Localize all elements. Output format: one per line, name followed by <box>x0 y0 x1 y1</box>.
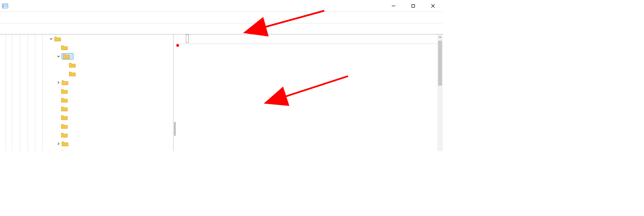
svg-rect-3 <box>5 5 7 5</box>
tree-pane[interactable] <box>0 34 173 151</box>
folder-icon <box>61 97 68 103</box>
svg-rect-2 <box>3 6 4 7</box>
svg-rect-5 <box>3 7 4 8</box>
tree-item-bannersettings[interactable] <box>0 122 173 131</box>
tree-item-appcontract[interactable] <box>0 78 173 87</box>
tree-item-autocomplete[interactable] <box>0 87 173 96</box>
scroll-up-icon[interactable] <box>437 34 443 40</box>
address-bar[interactable] <box>0 23 443 34</box>
folder-icon <box>61 45 68 50</box>
folder-icon <box>63 54 70 59</box>
minimize-button[interactable] <box>384 0 403 12</box>
folder-icon <box>61 150 68 151</box>
folder-icon <box>62 141 68 147</box>
svg-rect-1 <box>3 5 4 5</box>
svg-rect-7 <box>412 5 415 7</box>
folder-icon <box>61 89 68 94</box>
app-icon <box>2 3 8 9</box>
folder-icon <box>69 62 76 68</box>
chevron-right-icon[interactable] <box>56 141 61 146</box>
svg-rect-4 <box>5 6 7 7</box>
maximize-button[interactable] <box>403 0 423 12</box>
chevron-down-icon[interactable] <box>49 36 54 41</box>
splitter-thumb[interactable] <box>174 122 176 136</box>
menubar <box>0 12 443 23</box>
folder-icon <box>62 80 68 85</box>
tree-item-bamthrottling[interactable] <box>0 113 173 122</box>
list-header <box>176 34 443 44</box>
tree-item-explorer[interactable] <box>0 34 173 43</box>
tree-item-taskbar[interactable] <box>0 69 173 78</box>
tree-item-cabinetstate[interactable] <box>0 148 173 151</box>
chevron-right-icon[interactable] <box>56 80 61 85</box>
tree-item-autoplayhandlers[interactable] <box>0 104 173 113</box>
folder-icon <box>61 106 68 112</box>
tree-item-accent[interactable] <box>0 43 173 52</box>
folder-icon <box>61 132 68 138</box>
registry-editor-window <box>0 0 443 151</box>
splitter-handle[interactable] <box>173 34 176 151</box>
vertical-scrollbar[interactable] <box>437 34 443 151</box>
tree-item-people[interactable] <box>0 61 173 69</box>
titlebar <box>0 0 443 12</box>
tree-item-advanced[interactable] <box>0 52 173 61</box>
tree-item-bitbucket[interactable] <box>0 139 173 148</box>
list-pane[interactable] <box>176 34 443 151</box>
scrollbar-thumb[interactable] <box>438 41 442 86</box>
folder-icon <box>69 71 76 77</box>
folder-icon <box>61 115 68 120</box>
tree-item-autoinstalledpwas[interactable] <box>0 96 173 104</box>
folder-icon <box>61 124 68 129</box>
chevron-down-icon[interactable] <box>56 54 61 59</box>
tree-item-bannerstore[interactable] <box>0 131 173 139</box>
name-tooltip <box>186 34 189 43</box>
annotation-highlight-box <box>176 44 179 47</box>
close-button[interactable] <box>423 0 443 12</box>
folder-icon <box>54 36 61 42</box>
